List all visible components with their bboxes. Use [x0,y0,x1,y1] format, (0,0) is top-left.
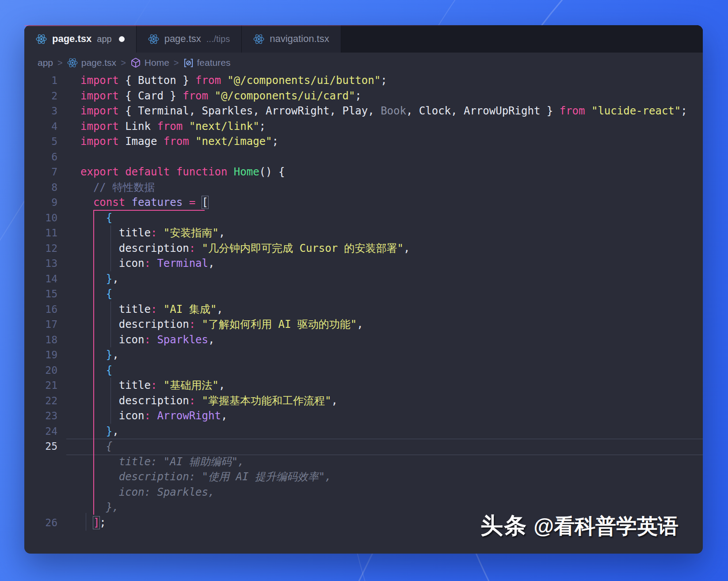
breadcrumb-label: page.tsx [81,57,116,68]
line-content: description: "几分钟内即可完成 Cursor 的安装部署", [57,241,410,256]
breadcrumb-item-app[interactable]: app [38,57,53,68]
code-line-17[interactable]: 17 description: "了解如何利用 AI 驱动的功能", [24,317,703,332]
ghost-suggestion-line: icon: Sparkles, [24,485,703,500]
react-icon [36,34,47,45]
line-content: { [57,439,112,454]
line-number: 13 [24,256,57,271]
react-icon [253,34,264,45]
modified-dot-icon[interactable] [119,36,125,42]
line-number: 9 [24,195,57,210]
line-number: 21 [24,378,57,393]
ghost-suggestion-line: }, [24,500,703,515]
react-icon [148,34,159,45]
code-line-24[interactable]: 24 }, [24,424,703,439]
line-number [24,500,57,515]
code-line-7[interactable]: 7export default function Home() { [24,164,703,180]
line-content [57,149,80,165]
code-line-22[interactable]: 22 description: "掌握基本功能和工作流程", [24,393,703,409]
line-number: 26 [24,515,57,531]
tab-label: navigation.tsx [270,33,329,45]
line-number: 20 [24,363,57,378]
line-content: icon: Terminal, [57,256,214,271]
code-line-16[interactable]: 16 title: "AI 集成", [24,302,703,317]
line-content: import { Card } from "@/components/ui/ca… [57,88,362,104]
line-content: icon: Sparkles, [57,485,214,500]
tab-detail: .../tips [206,34,230,44]
line-content: import Link from "next/link"; [57,119,266,134]
code-line-12[interactable]: 12 description: "几分钟内即可完成 Cursor 的安装部署", [24,241,703,256]
line-number: 6 [24,149,57,165]
line-number: 15 [24,286,57,302]
line-number: 4 [24,119,57,134]
code-line-23[interactable]: 23 icon: ArrowRight, [24,408,703,424]
breadcrumb-item-page-tsx[interactable]: page.tsx [67,57,116,68]
line-number [24,485,57,500]
line-content: { [57,286,112,302]
line-number: 24 [24,424,57,439]
breadcrumb-separator: > [57,58,63,68]
code-line-19[interactable]: 19 }, [24,347,703,363]
box-icon [130,57,141,68]
code-line-11[interactable]: 11 title: "安装指南", [24,225,703,241]
line-content: description: "了解如何利用 AI 驱动的功能", [57,317,363,332]
line-number: 12 [24,241,57,256]
code-line-26[interactable]: 26 ]; [24,515,703,531]
code-line-15[interactable]: 15 { [24,286,703,302]
line-content: export default function Home() { [57,164,285,180]
code-line-2[interactable]: 2import { Card } from "@/components/ui/c… [24,88,703,104]
code-line-6[interactable]: 6 [24,149,703,165]
code-line-25[interactable]: 25 { [24,439,703,454]
line-content: }, [57,347,119,363]
line-number: 11 [24,225,57,241]
code-line-3[interactable]: 3import { Terminal, Sparkles, ArrowRight… [24,103,703,119]
line-content: icon: ArrowRight, [57,408,227,424]
line-number [24,454,57,470]
line-content: import { Terminal, Sparkles, ArrowRight,… [57,103,687,119]
tab-page-tsx-app[interactable]: page.tsx app [24,25,137,53]
line-number: 2 [24,88,57,104]
code-editor: 1import { Button } from "@/components/ui… [24,73,703,530]
line-content: icon: Sparkles, [57,332,214,348]
line-content: ]; [57,515,106,531]
code-line-10[interactable]: 10 { [24,210,703,226]
breadcrumb-item-home[interactable]: Home [130,57,169,68]
line-content: import { Button } from "@/components/ui/… [57,73,387,88]
code-line-13[interactable]: 13 icon: Terminal, [24,256,703,271]
line-content: }, [57,500,119,515]
code-line-21[interactable]: 21 title: "基础用法", [24,378,703,393]
code-line-4[interactable]: 4import Link from "next/link"; [24,119,703,134]
tab-navigation-tsx[interactable]: navigation.tsx [242,25,341,53]
code-line-20[interactable]: 20 { [24,363,703,378]
breadcrumb: app > page.tsx > Home > featu [24,53,703,73]
line-content: { [57,363,112,378]
code-line-8[interactable]: 8 // 特性数据 [24,180,703,195]
breadcrumb-label: app [38,57,53,68]
code-lines: 1import { Button } from "@/components/ui… [24,73,703,530]
line-number: 14 [24,271,57,287]
breadcrumb-item-features[interactable]: features [183,57,231,68]
line-number: 1 [24,73,57,88]
breadcrumb-separator: > [121,58,126,68]
line-number: 22 [24,393,57,409]
line-number: 25 [24,439,57,454]
line-content: title: "AI 集成", [57,302,223,317]
line-number: 7 [24,164,57,180]
line-content: title: "安装指南", [57,225,225,241]
tab-label: page.tsx [52,33,91,45]
array-symbol-icon [183,58,194,68]
editor-window: page.tsx app page.tsx .../tips navigatio… [24,25,703,554]
line-number: 18 [24,332,57,348]
line-number: 16 [24,302,57,317]
code-line-5[interactable]: 5import Image from "next/image"; [24,134,703,149]
code-line-18[interactable]: 18 icon: Sparkles, [24,332,703,348]
code-line-14[interactable]: 14 }, [24,271,703,287]
code-line-9[interactable]: 9 const features = [ [24,195,703,210]
line-number [24,469,57,485]
tab-page-tsx-tips[interactable]: page.tsx .../tips [137,25,242,53]
line-number: 19 [24,347,57,363]
line-content: { [57,210,112,226]
react-icon [67,57,78,68]
line-content: title: "AI 辅助编码", [57,454,244,470]
line-content: description: "掌握基本功能和工作流程", [57,393,338,409]
code-line-1[interactable]: 1import { Button } from "@/components/ui… [24,73,703,88]
